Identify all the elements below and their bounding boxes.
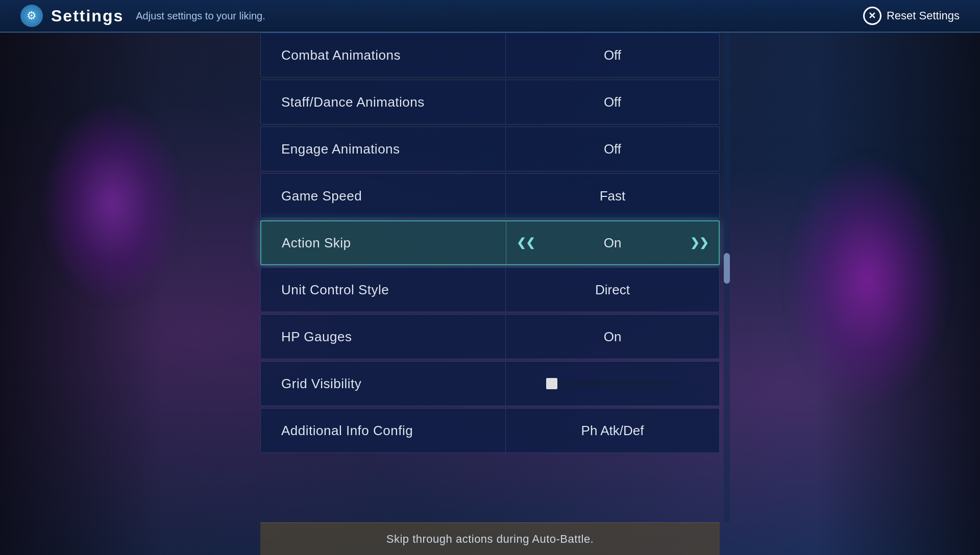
setting-value-action-skip[interactable]: ❮❮On❯❯ xyxy=(506,221,719,264)
page-title: Settings xyxy=(51,7,124,26)
reset-label: Reset Settings xyxy=(887,9,960,22)
setting-name-unit-control-style: Unit Control Style xyxy=(261,268,506,312)
setting-row-staff-dance-animations[interactable]: Staff/Dance AnimationsOff xyxy=(260,80,720,124)
slider-track-grid-visibility[interactable] xyxy=(564,382,679,386)
setting-name-action-skip: Action Skip xyxy=(261,221,506,264)
slider-thumb-grid-visibility[interactable] xyxy=(546,378,557,389)
slider-grid-visibility[interactable] xyxy=(546,378,679,389)
scrollbar-track[interactable] xyxy=(724,33,730,522)
setting-row-grid-visibility[interactable]: Grid Visibility xyxy=(260,361,720,406)
purple-blob-right xyxy=(786,153,949,408)
setting-value-grid-visibility xyxy=(506,362,719,406)
reset-icon: ✕ xyxy=(863,7,881,25)
setting-value-text-additional-info-config: Ph Atk/Def xyxy=(581,423,644,439)
setting-name-staff-dance-animations: Staff/Dance Animations xyxy=(261,80,506,124)
settings-list: Combat AnimationsOffStaff/Dance Animatio… xyxy=(260,33,720,453)
setting-value-text-combat-animations: Off xyxy=(604,47,621,63)
setting-name-engage-animations: Engage Animations xyxy=(261,127,506,171)
cursor-arrow: ❯❯ xyxy=(260,236,261,250)
setting-row-hp-gauges[interactable]: HP GaugesOn xyxy=(260,314,720,359)
setting-value-text-hp-gauges: On xyxy=(604,329,622,345)
arrow-left-action-skip[interactable]: ❮❮ xyxy=(517,236,535,249)
setting-row-additional-info-config[interactable]: Additional Info ConfigPh Atk/Def xyxy=(260,408,720,453)
setting-row-action-skip[interactable]: ❯❯Action Skip❮❮On❯❯ xyxy=(260,220,720,265)
setting-value-engage-animations[interactable]: Off xyxy=(506,127,719,171)
arrow-right-action-skip[interactable]: ❯❯ xyxy=(690,236,708,249)
description-text: Skip through actions during Auto-Battle. xyxy=(386,533,594,546)
setting-row-unit-control-style[interactable]: Unit Control StyleDirect xyxy=(260,267,720,312)
reset-settings-button[interactable]: ✕ Reset Settings xyxy=(863,7,960,25)
setting-value-text-staff-dance-animations: Off xyxy=(604,94,621,110)
setting-value-text-game-speed: Fast xyxy=(600,188,626,204)
setting-value-unit-control-style[interactable]: Direct xyxy=(506,268,719,312)
setting-value-additional-info-config[interactable]: Ph Atk/Def xyxy=(506,409,719,452)
purple-blob-left xyxy=(41,102,184,306)
setting-value-staff-dance-animations[interactable]: Off xyxy=(506,80,719,124)
description-bar: Skip through actions during Auto-Battle. xyxy=(260,522,720,555)
setting-value-hp-gauges[interactable]: On xyxy=(506,315,719,359)
settings-icon: ⚙ xyxy=(20,5,43,27)
setting-row-combat-animations[interactable]: Combat AnimationsOff xyxy=(260,33,720,78)
setting-name-combat-animations: Combat Animations xyxy=(261,33,506,77)
setting-name-hp-gauges: HP Gauges xyxy=(261,315,506,359)
header-bar: ⚙ Settings Adjust settings to your likin… xyxy=(0,0,980,33)
page-subtitle: Adjust settings to your liking. xyxy=(136,10,265,22)
setting-value-text-action-skip: On xyxy=(604,235,622,251)
setting-name-grid-visibility: Grid Visibility xyxy=(261,362,506,406)
setting-row-game-speed[interactable]: Game SpeedFast xyxy=(260,173,720,218)
setting-name-game-speed: Game Speed xyxy=(261,174,506,218)
settings-panel: Combat AnimationsOffStaff/Dance Animatio… xyxy=(260,33,720,522)
setting-row-engage-animations[interactable]: Engage AnimationsOff xyxy=(260,127,720,171)
setting-name-additional-info-config: Additional Info Config xyxy=(261,409,506,452)
scrollbar-thumb[interactable] xyxy=(724,253,730,284)
setting-value-text-engage-animations: Off xyxy=(604,141,621,157)
setting-value-text-unit-control-style: Direct xyxy=(595,282,630,298)
setting-value-combat-animations[interactable]: Off xyxy=(506,33,719,77)
setting-value-game-speed[interactable]: Fast xyxy=(506,174,719,218)
